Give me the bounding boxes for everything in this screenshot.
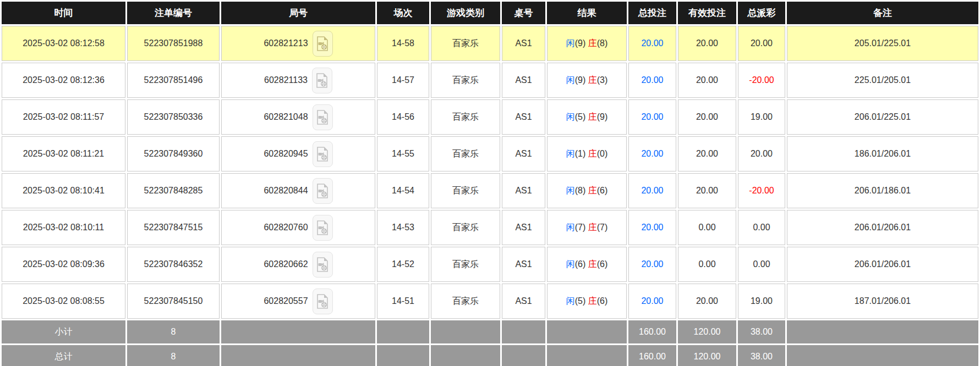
session-cell: 14-57 — [377, 63, 429, 98]
table-row[interactable]: 2025-03-02 08:10:41 522307848285 6028208… — [2, 173, 978, 208]
remark-cell: 206.01/206.01 — [787, 247, 978, 282]
player-result-score: (6) — [575, 259, 586, 269]
banker-result-score: (6) — [597, 186, 608, 195]
time-cell: 2025-03-02 08:11:57 — [2, 99, 125, 135]
table-footer: 小计 8 160.00 120.00 38.00 总计 8 160.00 120… — [2, 320, 978, 366]
banker-result-label: 庄 — [588, 259, 597, 269]
round-id-cell: 602820662 — [221, 247, 375, 282]
round-id-cell: 602821133 — [221, 63, 375, 98]
col-header-valid-bet: 有效投注 — [678, 2, 736, 24]
time-cell: 2025-03-02 08:10:41 — [2, 173, 125, 208]
grand-total-payout: 38.00 — [738, 345, 785, 366]
table-no-cell: AS1 — [502, 136, 545, 171]
table-no-cell: AS1 — [502, 63, 545, 98]
footer-empty-cell — [221, 345, 375, 366]
banker-result-label: 庄 — [588, 296, 597, 306]
round-id-cell: 602820760 — [221, 210, 375, 245]
table-no-cell: AS1 — [502, 99, 545, 135]
video-replay-icon — [316, 36, 329, 51]
video-replay-button[interactable] — [313, 289, 333, 314]
session-cell: 14-52 — [377, 247, 429, 282]
video-replay-button[interactable] — [313, 104, 333, 130]
game-type-cell: 百家乐 — [431, 63, 500, 98]
result-cell: 闲(8) 庄(6) — [547, 173, 627, 208]
payout-cell: -20.00 — [738, 173, 785, 208]
col-header-time: 时间 — [2, 2, 125, 24]
valid-bet-cell: 20.00 — [678, 136, 736, 171]
subtotal-total-bet: 160.00 — [628, 320, 676, 343]
video-replay-icon — [316, 73, 328, 88]
player-result-score: (8) — [575, 186, 586, 195]
result-cell: 闲(5) 庄(6) — [547, 284, 627, 319]
table-row[interactable]: 2025-03-02 08:11:57 522307850336 6028210… — [2, 99, 978, 135]
total-bet-cell: 20.00 — [628, 99, 676, 135]
banker-result-label: 庄 — [588, 149, 597, 158]
player-result-label: 闲 — [566, 112, 575, 121]
table-row[interactable]: 2025-03-02 08:10:11 522307847515 6028207… — [2, 210, 978, 245]
remark-cell: 205.01/225.01 — [787, 26, 978, 61]
table-no-cell: AS1 — [502, 26, 545, 61]
player-result-label: 闲 — [566, 223, 575, 232]
bet-id-cell: 522307849360 — [127, 136, 220, 171]
total-bet-link[interactable]: 20.00 — [641, 296, 663, 306]
banker-result-score: (6) — [597, 259, 608, 269]
grand-total-label: 总计 — [2, 345, 125, 366]
bet-id-cell: 522307846352 — [127, 247, 220, 282]
total-bet-cell: 20.00 — [628, 173, 676, 208]
session-cell: 14-56 — [377, 99, 429, 135]
banker-result-label: 庄 — [588, 75, 597, 85]
bet-id-cell: 522307851496 — [127, 63, 220, 98]
total-bet-link[interactable]: 20.00 — [641, 38, 663, 48]
table-row[interactable]: 2025-03-02 08:09:36 522307846352 6028206… — [2, 247, 978, 282]
video-replay-button[interactable] — [313, 141, 333, 167]
video-replay-button[interactable] — [313, 252, 333, 278]
session-cell: 14-54 — [377, 173, 429, 208]
subtotal-valid-bet: 120.00 — [678, 320, 736, 343]
table-row[interactable]: 2025-03-02 08:11:21 522307849360 6028209… — [2, 136, 978, 171]
payout-value: 0.00 — [753, 259, 770, 269]
footer-empty-cell — [547, 345, 627, 366]
valid-bet-cell: 20.00 — [678, 173, 736, 208]
total-bet-link[interactable]: 20.00 — [641, 75, 663, 85]
video-replay-button[interactable] — [313, 31, 333, 57]
video-replay-button[interactable] — [313, 178, 333, 204]
total-bet-link[interactable]: 20.00 — [641, 186, 663, 195]
col-header-total-bet: 总投注 — [628, 2, 676, 24]
banker-result-score: (8) — [597, 38, 608, 48]
table-row[interactable]: 2025-03-02 08:12:36 522307851496 6028211… — [2, 63, 978, 98]
player-result-score: (9) — [575, 75, 586, 85]
player-result-score: (1) — [575, 149, 586, 158]
remark-cell: 206.01/186.01 — [787, 173, 978, 208]
bet-id-cell: 522307851988 — [127, 26, 220, 61]
valid-bet-value: 0.00 — [698, 259, 715, 269]
payout-cell: 20.00 — [738, 26, 785, 61]
total-bet-link[interactable]: 20.00 — [641, 259, 663, 269]
time-cell: 2025-03-02 08:12:58 — [2, 26, 125, 61]
subtotal-count: 8 — [127, 320, 220, 343]
player-result-label: 闲 — [566, 149, 575, 158]
total-bet-link[interactable]: 20.00 — [641, 223, 663, 232]
grand-total-row: 总计 8 160.00 120.00 38.00 — [2, 345, 978, 366]
payout-value: 20.00 — [751, 149, 773, 158]
payout-cell: 19.00 — [738, 284, 785, 319]
video-replay-button[interactable] — [312, 68, 332, 93]
player-result-label: 闲 — [566, 259, 575, 269]
video-replay-button[interactable] — [313, 215, 333, 241]
payout-value: 0.00 — [753, 223, 770, 232]
banker-result-label: 庄 — [588, 186, 597, 195]
table-row[interactable]: 2025-03-02 08:12:58 522307851988 6028212… — [2, 26, 978, 61]
payout-value: -20.00 — [749, 186, 774, 195]
footer-empty-cell — [377, 320, 429, 343]
result-cell: 闲(9) 庄(3) — [547, 63, 627, 98]
banker-result-score: (7) — [597, 223, 608, 232]
time-cell: 2025-03-02 08:10:11 — [2, 210, 125, 245]
subtotal-label: 小计 — [2, 320, 125, 343]
game-type-cell: 百家乐 — [431, 247, 500, 282]
total-bet-link[interactable]: 20.00 — [641, 112, 663, 121]
valid-bet-value: 0.00 — [698, 223, 715, 232]
grand-total-count: 8 — [127, 345, 220, 366]
table-row[interactable]: 2025-03-02 08:08:55 522307845150 6028205… — [2, 284, 978, 319]
payout-value: 19.00 — [751, 112, 773, 121]
footer-empty-cell — [787, 320, 978, 343]
total-bet-link[interactable]: 20.00 — [641, 149, 663, 158]
